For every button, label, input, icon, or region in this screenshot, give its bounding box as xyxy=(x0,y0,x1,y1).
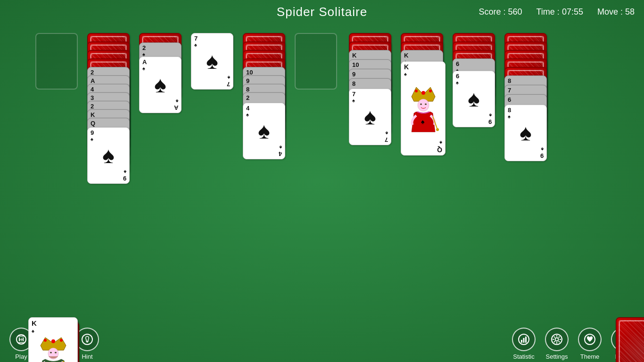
svg-point-3 xyxy=(415,90,418,92)
play-label: Play xyxy=(15,353,27,360)
card-7-spades[interactable]: 7♠ ♠ 7♠ xyxy=(191,33,233,90)
svg-point-2 xyxy=(421,91,425,95)
svg-rect-33 xyxy=(521,340,522,343)
svg-line-45 xyxy=(554,341,555,342)
toolbar: + Play Undo xyxy=(0,325,644,362)
card-6-spades[interactable]: 6♠ ♠ 9♠ xyxy=(453,71,495,127)
svg-point-13 xyxy=(51,339,55,343)
statistic-label: Statistic xyxy=(513,353,535,360)
svg-rect-34 xyxy=(523,338,525,343)
svg-point-9 xyxy=(436,128,439,131)
svg-point-17 xyxy=(50,352,52,354)
queen-illustration: ♠ xyxy=(407,82,440,134)
theme-button[interactable]: Theme xyxy=(578,328,602,360)
statistic-icon[interactable] xyxy=(512,328,536,351)
score-display: Score : 560 xyxy=(479,7,522,17)
svg-rect-35 xyxy=(525,337,527,343)
header: Spider Solitaire Score : 560 Time : 07:5… xyxy=(0,0,644,24)
card-7-spades-col7[interactable]: 7♠ ♠ 7♠ xyxy=(349,89,391,145)
king-face-card[interactable]: K♠ xyxy=(28,317,78,362)
empty-slot-1[interactable] xyxy=(35,33,78,90)
svg-point-4 xyxy=(429,90,432,92)
settings-icon[interactable] xyxy=(545,328,569,351)
card-9-spades-col2[interactable]: 9♠ ♠ 9♠ xyxy=(87,127,130,184)
svg-point-18 xyxy=(55,352,57,354)
svg-point-29 xyxy=(82,334,92,345)
settings-button[interactable]: Settings xyxy=(545,328,569,360)
statistic-button[interactable]: Statistic xyxy=(512,328,536,360)
svg-point-15 xyxy=(60,339,63,342)
card-4-spades[interactable]: 4♠ ♠ 4♠ xyxy=(243,103,285,159)
theme-label: Theme xyxy=(580,353,599,360)
svg-text:♠: ♠ xyxy=(421,118,425,125)
card-A-spades[interactable]: A♠ ♠ A♠ xyxy=(139,57,182,113)
hint-label: Hint xyxy=(82,353,92,360)
time-display: Time : 07:55 xyxy=(537,7,583,17)
theme-icon[interactable] xyxy=(578,328,602,351)
svg-point-5 xyxy=(418,99,429,111)
card-9-spades-col10[interactable]: 8♠ ♠ 9♠ xyxy=(504,105,547,161)
settings-label: Settings xyxy=(546,353,568,360)
svg-text:+: + xyxy=(19,336,23,343)
empty-slot-6[interactable] xyxy=(295,33,337,90)
card-queen-spades[interactable]: K♠ xyxy=(401,61,446,156)
svg-point-14 xyxy=(44,339,47,342)
svg-point-7 xyxy=(425,104,427,105)
svg-line-44 xyxy=(559,337,560,337)
game-area: 2♠ A♠ 4♠ 3♠ 2♠ K♠ Q♠ 9♠ ♠ 9♠ 2♠ xyxy=(0,26,644,324)
svg-point-6 xyxy=(420,104,422,105)
svg-point-37 xyxy=(555,337,559,341)
svg-line-43 xyxy=(559,341,560,342)
stats-bar: Score : 560 Time : 07:55 Move : 58 xyxy=(479,7,635,17)
svg-line-42 xyxy=(554,337,555,337)
king-illustration: ♠ xyxy=(37,334,70,362)
move-display: Move : 58 xyxy=(597,7,635,17)
game-title: Spider Solitaire xyxy=(277,5,367,19)
